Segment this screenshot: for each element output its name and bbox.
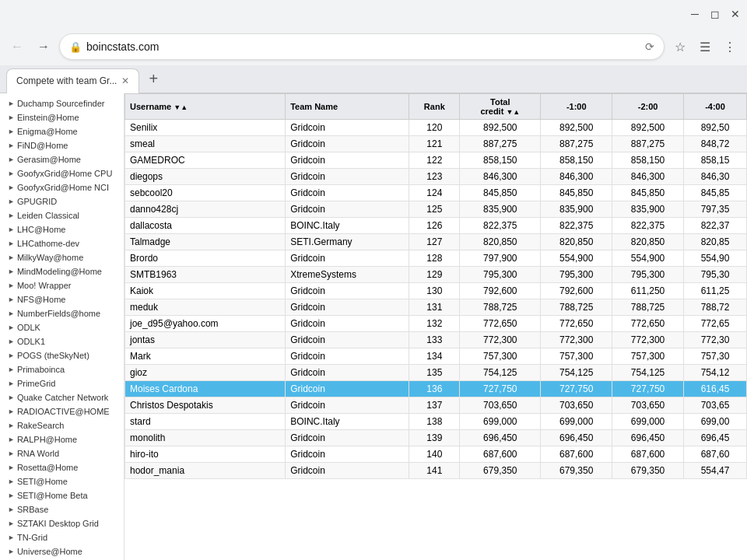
minimize-button[interactable]: ─ [689, 9, 700, 19]
sidebar-item-0[interactable]: ►Duchamp Sourcefinder [0, 96, 124, 110]
menu-button[interactable]: ⋮ [719, 36, 741, 58]
sidebar-item-29[interactable]: ►SRBase [0, 502, 124, 516]
sidebar-item-3[interactable]: ►FiND@Home [0, 138, 124, 152]
cell-username: Moises Cardona [125, 381, 286, 397]
table-row[interactable]: gioz Gridcoin 135 754,125 754,125 754,12… [125, 365, 747, 381]
table-row[interactable]: diegops Gridcoin 123 846,300 846,300 846… [125, 169, 747, 185]
sidebar-item-8[interactable]: ►Leiden Classical [0, 208, 124, 222]
table-row[interactable]: Brordo Gridcoin 128 797,900 554,900 554,… [125, 250, 747, 267]
sidebar-item-12[interactable]: ►MindModeling@Home [0, 264, 124, 278]
sidebar-item-4[interactable]: ►Gerasim@Home [0, 152, 124, 166]
close-button[interactable]: ✕ [730, 9, 741, 19]
cell-m2: 892,500 [612, 120, 684, 136]
sidebar-item-15[interactable]: ►NumberFields@home [0, 306, 124, 320]
col-m1[interactable]: -1:00 [541, 94, 612, 120]
table-row[interactable]: Senilix Gridcoin 120 892,500 892,500 892… [125, 120, 747, 136]
table-row[interactable]: smeal Gridcoin 121 887,275 887,275 887,2… [125, 136, 747, 152]
sidebar-item-22[interactable]: ►RADIOACTIVE@HOME [0, 404, 124, 418]
col-m4[interactable]: -4:00 [683, 94, 746, 120]
table-row[interactable]: dallacosta BOINC.Italy 126 822,375 822,3… [125, 218, 747, 234]
table-row[interactable]: Moises Cardona Gridcoin 136 727,750 727,… [125, 381, 747, 397]
maximize-button[interactable]: ◻ [710, 9, 721, 19]
back-button[interactable]: ← [6, 36, 28, 58]
sidebar-item-21[interactable]: ►Quake Catcher Network [0, 390, 124, 404]
address-bar-input[interactable] [86, 40, 640, 53]
col-total-credit[interactable]: Totalcredit ▼▲ [460, 94, 541, 120]
table-row[interactable]: monolith Gridcoin 139 696,450 696,450 69… [125, 430, 747, 446]
sidebar-arrow: ► [8, 184, 15, 191]
sidebar-arrow: ► [8, 520, 15, 527]
sidebar-item-16[interactable]: ►ODLK [0, 320, 124, 334]
cell-m1: 679,350 [541, 463, 612, 479]
forward-button[interactable]: → [33, 36, 54, 58]
col-m2[interactable]: -2:00 [612, 94, 684, 120]
sidebar-item-2[interactable]: ►Enigma@Home [0, 124, 124, 138]
sidebar-item-27[interactable]: ►SETI@Home [0, 474, 124, 488]
sidebar-item-32[interactable]: ►Universe@Home [0, 544, 124, 558]
sidebar-item-1[interactable]: ►Einstein@Home [0, 110, 124, 124]
bookmark-button[interactable]: ☆ [669, 36, 691, 58]
active-tab[interactable]: Compete with team Gr... ✕ [6, 68, 139, 93]
table-row[interactable]: Talmadge SETI.Germany 127 820,850 820,85… [125, 234, 747, 250]
table-row[interactable]: GAMEDROC Gridcoin 122 858,150 858,150 85… [125, 152, 747, 169]
cell-rank: 126 [409, 218, 460, 234]
table-area[interactable]: Username ▼▲ Team Name Rank Totalcredit ▼… [124, 93, 747, 560]
sidebar-item-14[interactable]: ►NFS@Home [0, 292, 124, 306]
table-row[interactable]: SMTB1963 XtremeSystems 129 795,300 795,3… [125, 267, 747, 283]
cell-rank: 120 [409, 120, 460, 136]
col-teamname[interactable]: Team Name [286, 94, 409, 120]
sidebar-item-28[interactable]: ►SETI@Home Beta [0, 488, 124, 502]
reload-button[interactable]: ⟳ [645, 40, 654, 53]
table-row[interactable]: Christos Despotakis Gridcoin 137 703,650… [125, 397, 747, 414]
table-row[interactable]: hiro-ito Gridcoin 140 687,600 687,600 68… [125, 446, 747, 463]
sidebar-item-7[interactable]: ►GPUGRID [0, 194, 124, 208]
col-rank[interactable]: Rank [409, 94, 460, 120]
table-row[interactable]: hodor_mania Gridcoin 141 679,350 679,350… [125, 463, 747, 479]
table-row[interactable]: meduk Gridcoin 131 788,725 788,725 788,7… [125, 299, 747, 316]
cell-total: 858,150 [460, 152, 541, 169]
cell-total: 797,900 [460, 250, 541, 267]
tab-close-button[interactable]: ✕ [121, 75, 129, 86]
sidebar-item-20[interactable]: ►PrimeGrid [0, 376, 124, 390]
cell-m2: 554,900 [612, 250, 684, 267]
cell-m1: 822,375 [541, 218, 612, 234]
reader-button[interactable]: ☰ [694, 36, 716, 58]
sidebar-item-10[interactable]: ►LHCathome-dev [0, 236, 124, 250]
sidebar-item-24[interactable]: ►RALPH@Home [0, 432, 124, 446]
cell-username: Brordo [125, 250, 286, 267]
cell-rank: 121 [409, 136, 460, 152]
cell-m4: 795,30 [683, 267, 746, 283]
sidebar-item-5[interactable]: ►GoofyxGrid@Home CPU [0, 166, 124, 180]
sidebar-item-18[interactable]: ►POGS (theSkyNet) [0, 348, 124, 362]
sidebar-item-9[interactable]: ►LHC@Home [0, 222, 124, 236]
table-row[interactable]: Mark Gridcoin 134 757,300 757,300 757,30… [125, 348, 747, 365]
sidebar-item-6[interactable]: ►GoofyxGrid@Home NCI [0, 180, 124, 194]
sidebar-item-26[interactable]: ►Rosetta@Home [0, 460, 124, 474]
cell-rank: 132 [409, 316, 460, 332]
table-row[interactable]: Kaiok Gridcoin 130 792,600 792,600 611,2… [125, 283, 747, 299]
lock-icon: 🔒 [69, 41, 82, 53]
sidebar-item-23[interactable]: ►RakeSearch [0, 418, 124, 432]
sidebar-item-31[interactable]: ►TN-Grid [0, 530, 124, 544]
cell-m4: 845,85 [683, 185, 746, 201]
sidebar-item-11[interactable]: ►MilkyWay@home [0, 250, 124, 264]
sidebar-item-19[interactable]: ►Primaboinca [0, 362, 124, 376]
table-row[interactable]: jontas Gridcoin 133 772,300 772,300 772,… [125, 332, 747, 348]
sidebar-arrow: ► [8, 114, 15, 121]
sidebar-item-25[interactable]: ►RNA World [0, 446, 124, 460]
col-username[interactable]: Username ▼▲ [125, 94, 286, 120]
cell-m4: 699,00 [683, 414, 746, 430]
cell-m4: 687,60 [683, 446, 746, 463]
cell-total: 699,000 [460, 414, 541, 430]
cell-m2: 687,600 [612, 446, 684, 463]
table-row[interactable]: stard BOINC.Italy 138 699,000 699,000 69… [125, 414, 747, 430]
sidebar-item-13[interactable]: ►Moo! Wrapper [0, 278, 124, 292]
cell-m1: 696,450 [541, 430, 612, 446]
table-row[interactable]: sebcool20 Gridcoin 124 845,850 845,850 8… [125, 185, 747, 201]
sidebar-item-30[interactable]: ►SZTAKI Desktop Grid [0, 516, 124, 530]
table-row[interactable]: joe_d95@yahoo.com Gridcoin 132 772,650 7… [125, 316, 747, 332]
table-row[interactable]: danno428cj Gridcoin 125 835,900 835,900 … [125, 201, 747, 218]
cell-username: hodor_mania [125, 463, 286, 479]
new-tab-button[interactable]: + [142, 68, 164, 90]
sidebar-item-17[interactable]: ►ODLK1 [0, 334, 124, 348]
